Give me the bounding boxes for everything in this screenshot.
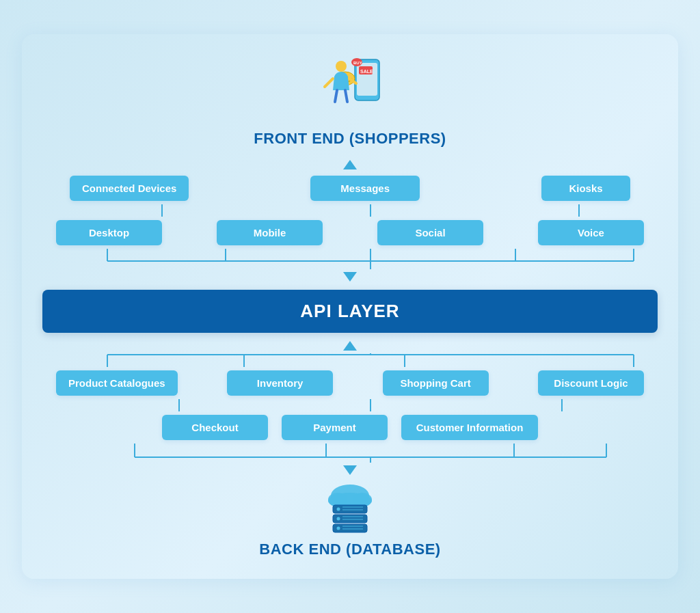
svg-point-5	[336, 61, 347, 72]
kiosks-box: Kiosks	[541, 176, 630, 201]
voice-box: Voice	[538, 220, 644, 245]
channel-row-2: Desktop Mobile Social Voice	[42, 220, 658, 245]
product-catalogues-box: Product Catalogues	[56, 370, 178, 396]
svg-text:SALE: SALE	[360, 69, 373, 74]
api-layer: API LAYER	[42, 290, 658, 333]
inventory-box: Inventory	[227, 370, 333, 396]
payment-box: Payment	[282, 415, 388, 440]
shopper-illustration: SALE BUY	[312, 51, 388, 126]
svg-line-9	[345, 90, 347, 102]
channel-row-1: Connected Devices Messages Kiosks	[42, 176, 658, 201]
svg-line-6	[325, 79, 333, 87]
svg-line-8	[335, 90, 337, 102]
connector-lines-2	[42, 249, 658, 269]
backend-section: BACK END (DATABASE)	[259, 480, 440, 558]
connector-lines-4	[42, 399, 658, 411]
connector-lines-5	[42, 444, 658, 463]
backend-illustration	[319, 480, 381, 535]
desktop-box: Desktop	[56, 220, 162, 245]
customer-info-box: Customer Information	[401, 415, 538, 440]
svg-point-46	[337, 517, 340, 521]
connector-lines-3	[42, 353, 658, 367]
social-box: Social	[377, 220, 483, 245]
svg-text:BUY: BUY	[353, 61, 362, 65]
arrow-to-api	[343, 272, 357, 282]
svg-point-42	[337, 508, 340, 511]
backend-label: BACK END (DATABASE)	[259, 541, 440, 558]
connector-svg-3	[42, 353, 658, 367]
checkout-box: Checkout	[162, 415, 268, 440]
frontend-label: FRONT END (SHOPPERS)	[254, 130, 446, 148]
mobile-box: Mobile	[217, 220, 323, 245]
connector-svg-5	[42, 444, 658, 463]
frontend-section: SALE BUY FRONT END (SHOPPERS)	[254, 51, 446, 154]
shopping-cart-box: Shopping Cart	[383, 370, 489, 396]
services-section: Product Catalogues Inventory Shopping Ca…	[42, 353, 658, 463]
arrow-to-backend	[343, 465, 357, 475]
connector-svg-1	[42, 204, 658, 217]
svg-point-50	[337, 527, 340, 530]
service-row-2: Checkout Payment Customer Information	[42, 415, 658, 440]
connector-svg-4	[42, 399, 658, 411]
connector-lines-1	[42, 204, 658, 217]
discount-logic-box: Discount Logic	[538, 370, 644, 396]
connector-svg-2	[42, 249, 658, 269]
diagram-container: SALE BUY FRONT END (SHOPPERS)	[22, 34, 678, 579]
service-row-1: Product Catalogues Inventory Shopping Ca…	[42, 370, 658, 396]
messages-box: Messages	[310, 176, 420, 201]
connected-devices-box: Connected Devices	[70, 176, 189, 201]
channel-section: Connected Devices Messages Kiosks Deskto…	[42, 172, 658, 269]
arrow-to-frontend	[343, 160, 357, 169]
arrow-from-services	[343, 341, 357, 351]
